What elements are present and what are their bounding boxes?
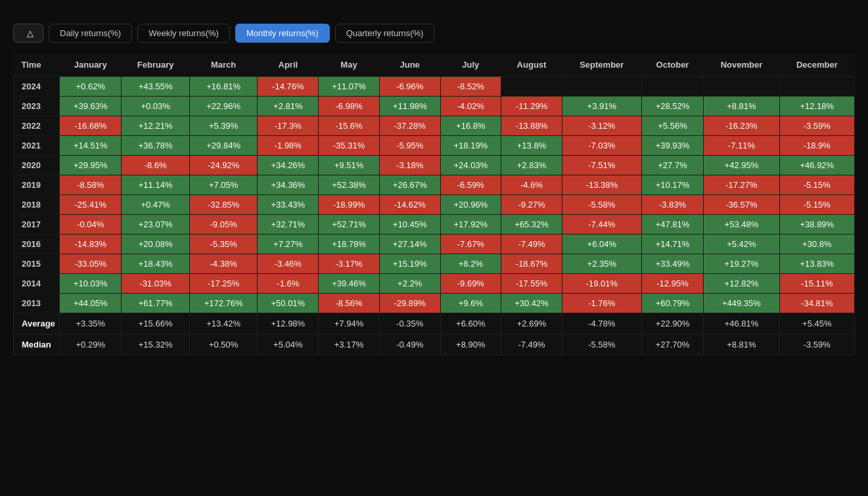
footer-value: +5.45% — [779, 313, 854, 334]
table-row: 2020+29.95%-8.6%-24.92%+34.26%+9.51%-3.1… — [14, 156, 855, 175]
value-cell: -3.46% — [258, 254, 319, 274]
table-row: 2019-8.58%+11.14%+7.05%+34.36%+52.38%+26… — [14, 175, 855, 195]
value-cell: +5.42% — [704, 235, 779, 254]
value-cell: +52.71% — [319, 215, 380, 235]
value-cell — [501, 77, 562, 97]
ticker-select[interactable]: △ — [13, 24, 43, 43]
value-cell: -24.92% — [189, 156, 258, 175]
year-cell: 2017 — [14, 215, 60, 235]
year-cell: 2020 — [14, 156, 60, 175]
tab-btn-1[interactable]: Weekly returns(%) — [137, 24, 230, 43]
footer-value: +3.17% — [319, 334, 380, 355]
year-cell: 2022 — [14, 116, 60, 136]
value-cell: +12.82% — [704, 274, 779, 294]
value-cell: -33.05% — [60, 254, 122, 274]
value-cell: -7.11% — [704, 136, 779, 156]
value-cell: -11.29% — [501, 97, 562, 116]
value-cell: +50.01% — [258, 294, 319, 313]
value-cell: +65.32% — [501, 215, 562, 235]
value-cell: +5.39% — [189, 116, 258, 136]
value-cell: +18.43% — [122, 254, 189, 274]
value-cell: +2.2% — [379, 274, 440, 294]
value-cell: +17.92% — [440, 215, 501, 235]
value-cell: -36.57% — [704, 195, 779, 215]
value-cell: +5.56% — [641, 116, 703, 136]
value-cell: -17.27% — [704, 175, 779, 195]
value-cell: -12.95% — [641, 274, 703, 294]
value-cell: +18.19% — [440, 136, 501, 156]
tab-btn-0[interactable]: Daily returns(%) — [49, 24, 132, 43]
value-cell: -5.15% — [779, 195, 854, 215]
value-cell: +30.8% — [779, 235, 854, 254]
value-cell: -6.98% — [319, 97, 380, 116]
footer-value: +12.98% — [258, 313, 319, 334]
footer-value: +6.60% — [440, 313, 501, 334]
returns-table-wrap: TimeJanuaryFebruaryMarchAprilMayJuneJuly… — [13, 53, 855, 355]
table-row: 2024+0.62%+43.55%+16.81%-14.76%+11.07%-6… — [14, 77, 855, 97]
col-header-october: October — [641, 53, 703, 77]
value-cell: +33.43% — [258, 195, 319, 215]
footer-value: +0.50% — [189, 334, 258, 355]
value-cell: -25.41% — [60, 195, 122, 215]
value-cell: +23.07% — [122, 215, 189, 235]
value-cell: +9.51% — [319, 156, 380, 175]
value-cell: +27.7% — [641, 156, 703, 175]
value-cell: +14.71% — [641, 235, 703, 254]
footer-value: +8.81% — [704, 334, 779, 355]
value-cell: +22.96% — [189, 97, 258, 116]
value-cell: -17.55% — [501, 274, 562, 294]
footer-value: +46.81% — [704, 313, 779, 334]
value-cell: -8.56% — [319, 294, 380, 313]
value-cell: -8.52% — [440, 77, 501, 97]
value-cell: -7.03% — [562, 136, 641, 156]
value-cell: +16.8% — [440, 116, 501, 136]
year-cell: 2021 — [14, 136, 60, 156]
value-cell — [562, 77, 641, 97]
value-cell: +10.45% — [379, 215, 440, 235]
value-cell — [704, 77, 779, 97]
value-cell: -17.3% — [258, 116, 319, 136]
value-cell: -35.31% — [319, 136, 380, 156]
value-cell: -34.81% — [779, 294, 854, 313]
year-cell: 2018 — [14, 195, 60, 215]
value-cell: -1.98% — [258, 136, 319, 156]
table-row: 2013+44.05%+61.77%+172.76%+50.01%-8.56%-… — [14, 294, 855, 313]
value-cell: +52.38% — [319, 175, 380, 195]
value-cell: -29.89% — [379, 294, 440, 313]
value-cell: +34.26% — [258, 156, 319, 175]
value-cell: +12.18% — [779, 97, 854, 116]
tab-btn-3[interactable]: Quarterly returns(%) — [335, 24, 435, 43]
returns-table: TimeJanuaryFebruaryMarchAprilMayJuneJuly… — [13, 53, 855, 355]
col-header-time: Time — [14, 53, 60, 77]
footer-value: -3.59% — [779, 334, 854, 355]
value-cell: -16.23% — [704, 116, 779, 136]
value-cell: -7.67% — [440, 235, 501, 254]
value-cell: +11.98% — [379, 97, 440, 116]
value-cell: +2.83% — [501, 156, 562, 175]
value-cell: +8.2% — [440, 254, 501, 274]
year-cell: 2014 — [14, 274, 60, 294]
value-cell: -37.28% — [379, 116, 440, 136]
col-header-june: June — [379, 53, 440, 77]
col-header-march: March — [189, 53, 258, 77]
footer-label: Average — [14, 313, 60, 334]
value-cell: -9.05% — [189, 215, 258, 235]
year-cell: 2024 — [14, 77, 60, 97]
value-cell: +3.91% — [562, 97, 641, 116]
year-cell: 2023 — [14, 97, 60, 116]
value-cell: +42.95% — [704, 156, 779, 175]
value-cell: +36.78% — [122, 136, 189, 156]
value-cell: +172.76% — [189, 294, 258, 313]
col-header-november: November — [704, 53, 779, 77]
footer-value: +5.04% — [258, 334, 319, 355]
tab-btn-2[interactable]: Monthly returns(%) — [235, 24, 330, 43]
year-cell: 2016 — [14, 235, 60, 254]
value-cell: -3.18% — [379, 156, 440, 175]
value-cell: -14.76% — [258, 77, 319, 97]
footer-value: -4.78% — [562, 313, 641, 334]
value-cell: +0.62% — [60, 77, 122, 97]
value-cell: -8.6% — [122, 156, 189, 175]
toolbar: △ Daily returns(%)Weekly returns(%)Month… — [13, 24, 855, 43]
table-row: 2021+14.51%+36.78%+29.84%-1.98%-35.31%-5… — [14, 136, 855, 156]
footer-value: +7.94% — [319, 313, 380, 334]
